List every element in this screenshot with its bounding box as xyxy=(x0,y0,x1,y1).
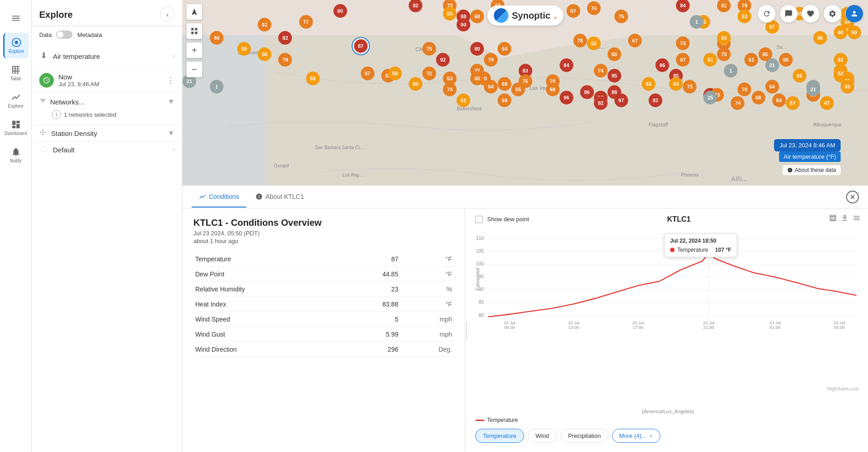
station-dot[interactable]: 73 xyxy=(717,47,731,61)
station-dot[interactable]: 65 xyxy=(608,47,621,61)
station-dot[interactable]: 64 xyxy=(772,94,786,107)
station-dot[interactable]: 97 xyxy=(614,94,628,107)
station-dot[interactable]: 80 xyxy=(470,42,484,56)
data-meta-toggle[interactable] xyxy=(56,31,73,39)
air-temp-row[interactable]: Air temperature › xyxy=(39,48,175,64)
station-dot[interactable]: 60 xyxy=(834,26,847,39)
tab-conditions[interactable]: Conditions xyxy=(192,187,246,208)
station-dot[interactable]: 84 xyxy=(676,0,690,12)
more-tabs-button[interactable]: More (4)... xyxy=(612,429,660,443)
station-dot[interactable]: 82 xyxy=(278,31,292,45)
station-dot[interactable]: 1 xyxy=(210,80,223,94)
station-dot[interactable]: 74 xyxy=(443,83,457,96)
station-dot[interactable]: 96 xyxy=(560,91,573,104)
time-menu-button[interactable]: ⋮ xyxy=(166,75,175,85)
map-about-data[interactable]: About these data xyxy=(783,165,841,175)
station-dot[interactable]: 61 xyxy=(744,53,758,67)
station-dot[interactable]: 74 xyxy=(731,96,744,110)
chart-download-icon[interactable] xyxy=(841,214,849,224)
grid-button[interactable] xyxy=(186,23,203,39)
station-dot[interactable]: 63 xyxy=(717,31,731,45)
refresh-button[interactable] xyxy=(758,5,776,23)
station-dot[interactable]: 69 xyxy=(498,94,511,107)
collapse-button[interactable]: ‹ xyxy=(160,7,175,22)
station-dot[interactable]: 51 xyxy=(703,53,717,67)
station-density-row[interactable]: Station Density ▼ xyxy=(39,129,175,138)
station-dot[interactable]: 58 xyxy=(388,67,402,80)
station-dot[interactable]: 66 xyxy=(210,31,223,45)
default-row[interactable]: Default › xyxy=(39,145,175,154)
station-dot[interactable]: 68 xyxy=(498,77,511,91)
station-dot[interactable]: 55 xyxy=(793,69,806,83)
station-dot[interactable]: 63 xyxy=(669,77,683,91)
station-dot[interactable]: 21 xyxy=(765,58,779,72)
sidebar-item-menu[interactable] xyxy=(3,5,29,31)
station-dot[interactable]: 74 xyxy=(587,1,601,15)
station-dot[interactable]: 53 xyxy=(738,10,751,23)
station-dot[interactable]: 73 xyxy=(683,80,696,94)
station-dot[interactable]: 62 xyxy=(587,36,601,50)
station-dot[interactable]: 55 xyxy=(841,80,854,94)
user-avatar-button[interactable] xyxy=(845,5,863,23)
navigation-button[interactable] xyxy=(186,4,203,20)
station-dot[interactable]: 56 xyxy=(258,47,271,61)
dew-point-checkbox[interactable] xyxy=(475,216,483,223)
station-dot[interactable]: 86 xyxy=(580,85,594,99)
station-dot[interactable]: 67 xyxy=(567,4,580,18)
chart-table-icon[interactable] xyxy=(829,214,837,224)
station-dot[interactable]: 84 xyxy=(560,58,573,72)
station-dot[interactable]: 73 xyxy=(676,36,690,50)
station-dot[interactable]: 59 xyxy=(306,72,320,85)
tab-about[interactable]: About KTLC1 xyxy=(248,187,311,208)
station-dot[interactable]: 80 xyxy=(333,4,347,18)
station-dot[interactable]: 79 xyxy=(278,53,292,67)
station-dot[interactable]: 83 xyxy=(649,94,662,107)
settings-button[interactable] xyxy=(823,5,842,23)
station-dot[interactable]: 76 xyxy=(738,83,751,96)
station-dot[interactable]: 79 xyxy=(484,53,498,67)
station-dot[interactable]: 75 xyxy=(614,10,628,23)
station-dot[interactable]: 88 xyxy=(457,10,470,23)
station-dot[interactable]: 1 xyxy=(690,15,703,29)
sidebar-item-table[interactable]: Table xyxy=(3,60,29,86)
networks-row[interactable]: Networks... ▼ xyxy=(39,95,175,108)
station-dot[interactable]: 64 xyxy=(498,42,511,56)
station-dot[interactable]: 86 xyxy=(655,58,669,72)
station-dot[interactable]: 95 xyxy=(608,69,621,83)
station-dot[interactable]: 64 xyxy=(765,80,779,94)
station-dot[interactable]: 74 xyxy=(594,64,608,78)
station-dot[interactable]: 25 xyxy=(703,91,717,104)
station-dot[interactable]: 50 xyxy=(847,26,861,39)
favorite-button[interactable] xyxy=(801,5,820,23)
station-dot[interactable]: 21 xyxy=(806,83,820,96)
station-dot[interactable]: 64 xyxy=(484,80,498,94)
station-dot[interactable]: 67 xyxy=(676,53,690,67)
station-dot[interactable]: 66 xyxy=(779,53,793,67)
station-dot[interactable]: 61 xyxy=(717,0,731,12)
station-dot[interactable]: 82 xyxy=(409,0,422,12)
station-dot[interactable]: 62 xyxy=(457,94,470,107)
message-button[interactable] xyxy=(780,5,798,23)
station-dot[interactable]: 61 xyxy=(258,18,271,31)
chart-menu-icon[interactable] xyxy=(852,214,861,224)
station-dot[interactable]: 87 xyxy=(354,39,368,53)
station-dot[interactable]: 65 xyxy=(511,83,525,96)
station-dot[interactable]: 68 xyxy=(546,83,560,96)
station-dot[interactable]: 1 xyxy=(724,64,738,78)
station-dot[interactable]: 55 xyxy=(443,7,457,21)
station-dot[interactable]: 67 xyxy=(628,34,642,47)
station-dot[interactable]: 78 xyxy=(573,34,587,47)
tab-temperature-button[interactable]: Temperature xyxy=(475,429,524,443)
station-dot[interactable]: 75 xyxy=(422,42,436,56)
sidebar-item-dashboard[interactable]: Dashboard xyxy=(3,115,29,140)
station-dot[interactable]: 68 xyxy=(752,91,765,104)
station-dot[interactable]: 60 xyxy=(409,77,422,91)
station-dot[interactable]: 57 xyxy=(786,96,800,110)
station-dot[interactable]: 92 xyxy=(436,53,450,67)
zoom-in-button[interactable]: + xyxy=(186,42,203,58)
tab-wind-button[interactable]: Wind xyxy=(528,429,557,443)
station-dot[interactable]: 68 xyxy=(470,10,484,23)
station-dot[interactable]: 67 xyxy=(361,67,374,80)
zoom-out-button[interactable]: − xyxy=(186,61,203,78)
tab-precipitation-button[interactable]: Precipitation xyxy=(561,429,609,443)
